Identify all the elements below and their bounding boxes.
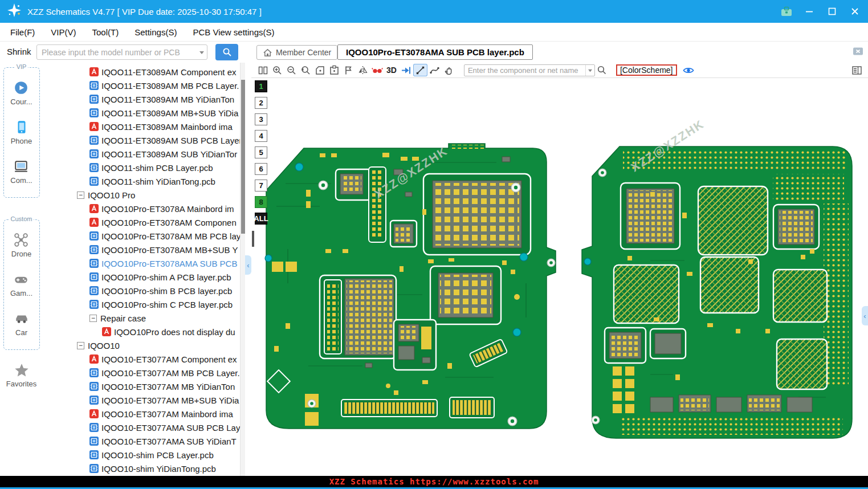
tree-item[interactable]: IQOO10-ET3077AMA SUB YiDianT xyxy=(43,434,240,448)
pcb-board-right[interactable]: XZZ@XZZHK xyxy=(582,117,852,438)
flip-horizontal-icon[interactable] xyxy=(356,64,370,76)
collapse-toggle-icon[interactable]: − xyxy=(77,191,84,199)
pcb-board-left[interactable]: XZZ@XZZHK xyxy=(265,144,556,429)
close-button[interactable] xyxy=(849,5,861,18)
pcb-outline-icon[interactable] xyxy=(313,64,327,76)
panel-close-icon[interactable] xyxy=(853,46,863,59)
view-3d-button[interactable]: 3D xyxy=(384,66,399,75)
layer-button-8[interactable]: 8 xyxy=(255,196,267,208)
colorscheme-button[interactable]: [ColorScheme] xyxy=(616,64,677,76)
menu-item-pcb-view-settings-s[interactable]: PCB View settings(S) xyxy=(185,23,282,41)
tree-item[interactable]: IQOO10Pro-shim B PCB layer.pcb xyxy=(43,284,240,298)
shrink-button[interactable]: Shrink xyxy=(7,47,31,56)
tree-scrollbar[interactable] xyxy=(240,63,245,476)
flag-icon[interactable] xyxy=(341,64,356,76)
curve-tool-icon[interactable] xyxy=(427,64,442,76)
pcb-file-icon xyxy=(89,368,99,377)
tree-item[interactable]: IQOO10Pro-shim A PCB layer.pcb xyxy=(43,270,240,284)
statusbar: XZZ Schematics https://www.xzztools.com xyxy=(0,476,868,487)
pcb-canvas[interactable]: .brd{fill:#0E8A3E;stroke:#0A6C30;stroke-… xyxy=(251,78,868,476)
sidebar-item-game[interactable]: Gam... xyxy=(10,272,32,298)
tree-item[interactable]: IQOO11-shim PCB Layer.pcb xyxy=(43,161,240,174)
sidebar-item-computer[interactable]: Com... xyxy=(10,159,32,185)
pdf-file-icon xyxy=(89,122,99,131)
tree-item[interactable]: IQOO11-ET3089AM SUB PCB Layer xyxy=(43,133,240,147)
red-board-view-icon[interactable] xyxy=(370,64,384,76)
menu-item-vip-v[interactable]: VIP(V) xyxy=(43,23,84,41)
sidebar-item-car[interactable]: Car xyxy=(14,311,29,337)
pcb-canvas-area[interactable]: 12345678ALL .brd{fill:#0E8A3E;stroke:#0A… xyxy=(251,78,868,476)
measure-line-tool-icon[interactable] xyxy=(413,64,427,76)
tree-item[interactable]: IQOO11-ET3089AM MB PCB Layer. xyxy=(43,79,240,92)
tree-scrollbar-thumb[interactable] xyxy=(241,80,245,234)
tree-item[interactable]: IQOO10-ET3077AM Mainbord ima xyxy=(43,407,240,421)
menu-item-file-f[interactable]: File(F) xyxy=(2,23,43,41)
window-title: XZZ Schematics V4.77 [ VIP Due date: 202… xyxy=(27,7,262,17)
component-search-box[interactable] xyxy=(464,64,595,76)
tree-item[interactable]: IQOO10-ET3077AM MB YiDianTon xyxy=(43,380,240,393)
tree-item[interactable]: IQOO11-ET3089AM Component ex xyxy=(43,65,240,79)
pcb-outline-alt-icon[interactable] xyxy=(327,64,341,76)
pan-hand-icon[interactable] xyxy=(442,64,456,76)
jump-arrow-icon[interactable] xyxy=(399,64,413,76)
tree-item[interactable]: IQOO10-shim PCB Layer.pcb xyxy=(43,448,240,462)
tree-item[interactable]: IQOO10Pro-ET3078AM Componen xyxy=(43,215,240,229)
component-search-input[interactable] xyxy=(464,66,585,75)
tree-item[interactable]: IQOO11-ET3089AM Mainbord ima xyxy=(43,120,240,133)
menu-item-settings-s[interactable]: Settings(S) xyxy=(127,23,185,41)
component-search-icon[interactable] xyxy=(595,64,609,76)
tree-item[interactable]: IQOO10-ET3077AM Component ex xyxy=(43,352,240,366)
layer-scrollbar-thumb[interactable] xyxy=(252,231,254,247)
document-tab[interactable]: IQOO10Pro-ET3078AMA SUB PCB layer.pcb xyxy=(337,44,533,60)
zoom-out-icon[interactable] xyxy=(284,64,299,76)
collapse-toggle-icon[interactable]: − xyxy=(89,315,97,322)
tree-collapse-handle[interactable]: ‹ xyxy=(245,255,251,275)
menu-item-tool-t[interactable]: Tool(T) xyxy=(84,23,127,41)
tree-group[interactable]: −IQOO10 xyxy=(43,339,240,352)
chevron-down-icon[interactable] xyxy=(585,65,594,76)
layer-button-4[interactable]: 4 xyxy=(255,130,267,142)
member-center-button[interactable]: Member Center xyxy=(256,45,337,60)
collapse-toggle-icon[interactable]: − xyxy=(77,342,84,349)
tree-item[interactable]: IQOO10Pro-shim C PCB layer.pcb xyxy=(43,298,240,311)
zoom-reset-icon[interactable] xyxy=(299,64,313,76)
tree-item[interactable]: IQOO10-ET3077AM MB PCB Layer. xyxy=(43,366,240,380)
tree-item[interactable]: IQOO11-ET3089AM SUB YiDianTor xyxy=(43,147,240,161)
visibility-eye-icon[interactable] xyxy=(683,66,694,75)
zoom-in-icon[interactable] xyxy=(270,64,284,76)
layer-button-5[interactable]: 5 xyxy=(255,146,267,158)
layer-button-all[interactable]: ALL xyxy=(255,213,267,225)
layer-button-1[interactable]: 1 xyxy=(255,80,267,92)
sidebar-item-course[interactable]: Cour... xyxy=(10,80,32,106)
right-panel-collapse-handle[interactable]: ‹ xyxy=(862,306,868,325)
tree-item[interactable]: IQOO10-ET3077AMA SUB PCB Lay xyxy=(43,421,240,434)
model-search-box[interactable] xyxy=(36,44,207,60)
layer-button-7[interactable]: 7 xyxy=(255,180,267,191)
tree-item[interactable]: IQOO10Pro-ET3078A Mainbord im xyxy=(43,202,240,215)
layer-button-6[interactable]: 6 xyxy=(255,163,267,175)
minimize-button[interactable] xyxy=(803,5,816,18)
layer-button-3[interactable]: 3 xyxy=(255,113,267,125)
layer-button-2[interactable]: 2 xyxy=(255,97,267,109)
tree-group[interactable]: −Repair case xyxy=(43,311,240,325)
chevron-down-icon[interactable] xyxy=(197,45,207,59)
maximize-button[interactable] xyxy=(826,5,838,18)
search-button[interactable] xyxy=(215,44,238,60)
tree-item[interactable]: IQOO11-ET3089AM MB+SUB YiDia xyxy=(43,106,240,120)
sidebar-item-favorites[interactable]: Favorites xyxy=(6,362,36,388)
split-view-icon[interactable] xyxy=(256,64,270,76)
layers-panel-icon[interactable] xyxy=(851,65,862,76)
tree-item[interactable]: IQOO10Pro-ET3078AMA SUB PCB xyxy=(43,256,240,270)
tree-item[interactable]: IQOO11-ET3089AM MB YiDianTon xyxy=(43,92,240,106)
tree-item[interactable]: IQOO10Pro-ET3078AM MB+SUB Y xyxy=(43,243,240,256)
sidebar-item-drone[interactable]: Drone xyxy=(11,233,31,258)
license-icon[interactable] xyxy=(780,5,793,18)
model-search-input[interactable] xyxy=(37,48,197,57)
tree-item[interactable]: IQOO10-shim YiDianTong.pcb xyxy=(43,462,240,475)
sidebar-item-phone[interactable]: Phone xyxy=(11,120,32,145)
tree-group[interactable]: −IQOO10 Pro xyxy=(43,188,240,202)
tree-item[interactable]: IQOO10-ET3077AM MB+SUB YiDia xyxy=(43,393,240,407)
tree-item[interactable]: IQOO10Pro-ET3078AM MB PCB lay xyxy=(43,229,240,243)
tree-item[interactable]: IQOO11-shim YiDianTong.pcb xyxy=(43,174,240,188)
tree-item[interactable]: IQOO10Pro does not display du xyxy=(43,325,240,339)
